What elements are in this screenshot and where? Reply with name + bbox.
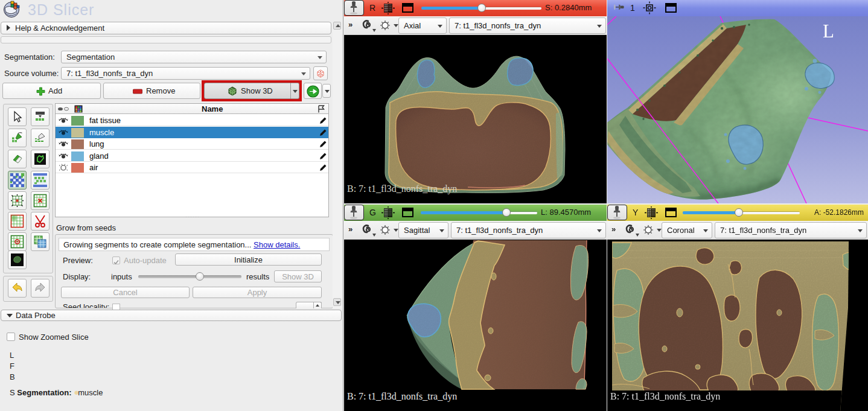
svg-text:B: 7: t1_fl3d_nonfs_tra_dyn: B: 7: t1_fl3d_nonfs_tra_dyn [347,391,457,402]
svg-text:B: 7: t1_fl3d_nonfs_tra_dyn: B: 7: t1_fl3d_nonfs_tra_dyn [610,391,720,402]
svg-text:B: 7: t1_fl3d_nonfs_tra_dyn: B: 7: t1_fl3d_nonfs_tra_dyn [347,183,457,194]
svg-text:L: L [823,21,834,42]
